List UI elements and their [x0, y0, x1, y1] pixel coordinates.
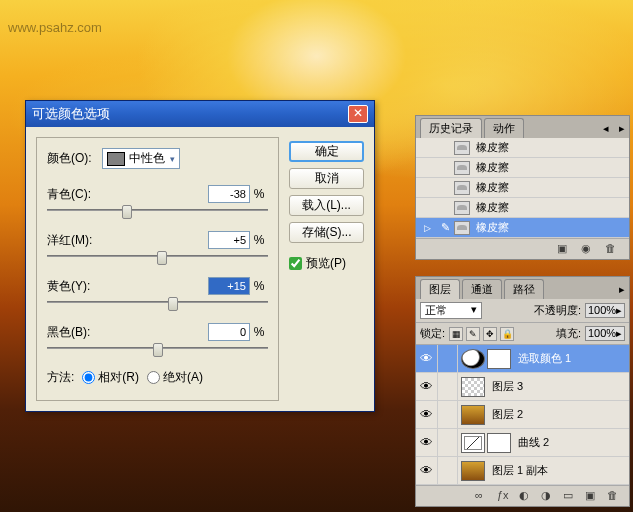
layer-item[interactable]: 👁 图层 2	[416, 401, 629, 429]
color-swatch	[107, 152, 125, 166]
eraser-icon	[454, 221, 470, 235]
colors-select[interactable]: 中性色 ▾	[102, 148, 180, 169]
chevron-down-icon: ▾	[471, 303, 477, 318]
eye-icon: 👁	[420, 463, 433, 478]
percent-label: %	[250, 325, 268, 339]
layer-name: 图层 3	[488, 379, 523, 394]
link-icon[interactable]: ∞	[475, 489, 491, 503]
chevron-down-icon: ▾	[170, 154, 175, 164]
mask-thumb	[487, 349, 511, 369]
history-item-name: 橡皮擦	[470, 140, 509, 155]
opacity-input[interactable]: 100%▸	[585, 303, 625, 318]
eye-icon: 👁	[420, 351, 433, 366]
method-absolute-radio[interactable]	[147, 371, 160, 384]
selective-color-dialog: 可选颜色选项 ✕ 颜色(O): 中性色 ▾ 青色(C): %洋红(M): %黄色…	[25, 100, 375, 412]
history-brush-icon: ✎	[436, 221, 454, 234]
save-button[interactable]: 存储(S)...	[289, 222, 364, 243]
link-col[interactable]	[438, 373, 458, 400]
preview-checkbox[interactable]: 预览(P)	[289, 255, 364, 272]
slider-track[interactable]	[47, 205, 268, 221]
layer-name: 图层 2	[488, 407, 523, 422]
slider-value-input[interactable]	[208, 323, 250, 341]
slider-value-input[interactable]	[208, 231, 250, 249]
visibility-toggle[interactable]: 👁	[416, 373, 438, 400]
history-panel: 历史记录 动作 ◂ ▸ 橡皮擦 橡皮擦 橡皮擦 橡皮擦▷ ✎ 橡皮擦 ▣ ◉ 🗑	[415, 115, 630, 260]
lock-all-icon[interactable]: 🔒	[500, 327, 514, 341]
layer-item[interactable]: 👁 图层 3	[416, 373, 629, 401]
preview-check-input[interactable]	[289, 257, 302, 270]
slider-track[interactable]	[47, 343, 268, 359]
slider-thumb[interactable]	[122, 205, 132, 219]
history-marker: ▷	[418, 223, 436, 233]
tab-actions[interactable]: 动作	[484, 118, 524, 138]
ok-button[interactable]: 确定	[289, 141, 364, 162]
slider-thumb[interactable]	[153, 343, 163, 357]
tab-history[interactable]: 历史记录	[420, 118, 482, 138]
percent-label: %	[250, 233, 268, 247]
folder-icon[interactable]: ▭	[563, 489, 579, 503]
blend-mode-select[interactable]: 正常▾	[420, 302, 482, 319]
layer-name: 选取颜色 1	[514, 351, 571, 366]
slider-label: 黑色(B):	[47, 324, 107, 341]
slider-track[interactable]	[47, 297, 268, 313]
method-absolute-label: 绝对(A)	[163, 369, 203, 386]
layer-item[interactable]: 👁 图层 1 副本	[416, 457, 629, 485]
slider-thumb[interactable]	[168, 297, 178, 311]
opacity-label: 不透明度:	[534, 303, 581, 318]
panel-collapse-icon[interactable]: ◂	[599, 122, 613, 135]
layer-name: 图层 1 副本	[488, 463, 548, 478]
new-document-icon[interactable]: ▣	[557, 242, 573, 256]
layer-item[interactable]: 👁 选取颜色 1	[416, 345, 629, 373]
eraser-icon	[454, 201, 470, 215]
close-icon[interactable]: ✕	[348, 105, 368, 123]
link-col[interactable]	[438, 429, 458, 456]
panel-menu-icon[interactable]: ▸	[619, 122, 625, 135]
link-col[interactable]	[438, 345, 458, 372]
history-item[interactable]: 橡皮擦	[416, 198, 629, 218]
lock-pixels-icon[interactable]: ✎	[466, 327, 480, 341]
method-relative-radio[interactable]	[82, 371, 95, 384]
history-item[interactable]: ▷ ✎ 橡皮擦	[416, 218, 629, 238]
history-item-name: 橡皮擦	[470, 200, 509, 215]
cancel-button[interactable]: 取消	[289, 168, 364, 189]
visibility-toggle[interactable]: 👁	[416, 457, 438, 484]
slider-value-input[interactable]	[208, 277, 250, 295]
snapshot-icon[interactable]: ◉	[581, 242, 597, 256]
history-item[interactable]: 橡皮擦	[416, 178, 629, 198]
history-item-name: 橡皮擦	[470, 180, 509, 195]
visibility-toggle[interactable]: 👁	[416, 401, 438, 428]
adjustment-thumb	[461, 349, 485, 369]
slider-thumb[interactable]	[157, 251, 167, 265]
tab-paths[interactable]: 路径	[504, 279, 544, 299]
panel-menu-icon[interactable]: ▸	[619, 283, 625, 296]
link-col[interactable]	[438, 457, 458, 484]
tab-channels[interactable]: 通道	[462, 279, 502, 299]
trash-icon[interactable]: 🗑	[607, 489, 623, 503]
fx-icon[interactable]: ƒx	[497, 489, 513, 503]
lock-transparent-icon[interactable]: ▦	[449, 327, 463, 341]
visibility-toggle[interactable]: 👁	[416, 345, 438, 372]
layers-panel: 图层 通道 路径 ▸ 正常▾ 不透明度: 100%▸ 锁定: ▦ ✎ ✥ 🔒 填…	[415, 276, 630, 507]
eye-icon: 👁	[420, 407, 433, 422]
slider-label: 洋红(M):	[47, 232, 107, 249]
slider-track[interactable]	[47, 251, 268, 267]
slider-value-input[interactable]	[208, 185, 250, 203]
history-item[interactable]: 橡皮擦	[416, 138, 629, 158]
tab-layers[interactable]: 图层	[420, 279, 460, 299]
layer-item[interactable]: 👁 曲线 2	[416, 429, 629, 457]
visibility-toggle[interactable]: 👁	[416, 429, 438, 456]
new-layer-icon[interactable]: ▣	[585, 489, 601, 503]
link-col[interactable]	[438, 401, 458, 428]
load-button[interactable]: 载入(L)...	[289, 195, 364, 216]
mask-thumb	[487, 433, 511, 453]
eraser-icon	[454, 141, 470, 155]
fill-input[interactable]: 100%▸	[585, 326, 625, 341]
slider-label: 黄色(Y):	[47, 278, 107, 295]
lock-position-icon[interactable]: ✥	[483, 327, 497, 341]
mask-icon[interactable]: ◐	[519, 489, 535, 503]
history-item[interactable]: 橡皮擦	[416, 158, 629, 178]
adjustment-icon[interactable]: ◑	[541, 489, 557, 503]
method-relative-label: 相对(R)	[98, 369, 139, 386]
dialog-titlebar[interactable]: 可选颜色选项 ✕	[26, 101, 374, 127]
trash-icon[interactable]: 🗑	[605, 242, 621, 256]
